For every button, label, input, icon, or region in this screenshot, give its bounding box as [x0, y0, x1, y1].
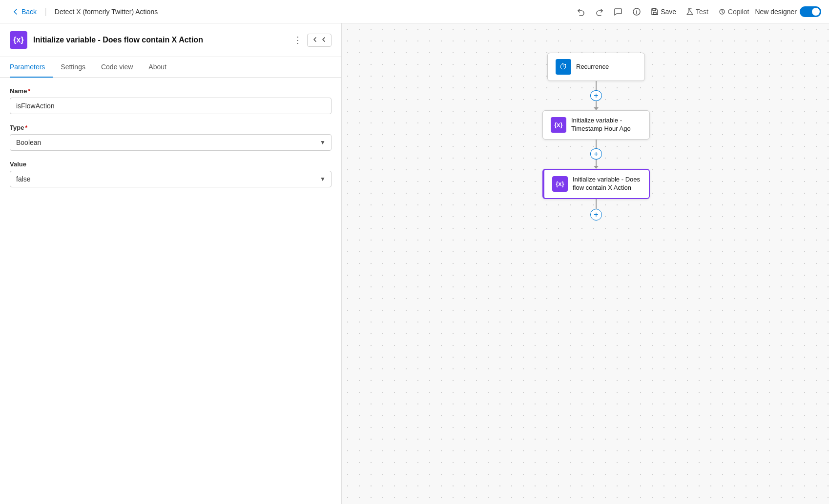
form-content: Name * Type * Boolean Integer Float Stri… — [0, 78, 341, 504]
type-form-group: Type * Boolean Integer Float String Arra… — [10, 124, 332, 151]
topbar-actions: Save Test Copilot New designer — [573, 4, 821, 19]
new-designer-label: New designer — [755, 8, 797, 16]
flow-connector-3: + — [590, 199, 602, 228]
tab-code-view[interactable]: Code view — [93, 57, 141, 78]
connector-line-2 — [596, 140, 597, 149]
connector-line-2b — [596, 160, 597, 166]
main-layout: {x} Initialize variable - Does flow cont… — [0, 23, 829, 504]
value-form-group: Value false true ▼ — [10, 161, 332, 187]
topbar: Back | Detect X (formerly Twitter) Actio… — [0, 0, 829, 23]
back-label: Back — [21, 8, 37, 16]
flow-connector-2: + — [590, 140, 602, 169]
add-step-1-button[interactable]: + — [590, 90, 602, 101]
left-panel: {x} Initialize variable - Does flow cont… — [0, 23, 342, 504]
svg-rect-2 — [653, 12, 656, 15]
init-flow-action-label: Initialize variable - Does flow contain … — [573, 176, 641, 192]
svg-rect-3 — [653, 9, 656, 11]
right-canvas: ⏱ Recurrence + {x} Initialize variable -… — [342, 23, 829, 504]
new-designer-toggle: New designer — [755, 6, 821, 17]
init-timestamp-icon: {x} — [551, 117, 566, 133]
type-label: Type * — [10, 124, 332, 131]
name-required: * — [28, 88, 30, 95]
add-step-2-button[interactable]: + — [590, 148, 602, 159]
more-button[interactable]: ⋮ — [290, 33, 305, 47]
save-label: Save — [661, 8, 676, 16]
copilot-button[interactable]: Copilot — [714, 5, 753, 19]
tab-about[interactable]: About — [141, 57, 174, 78]
connector-line-1b — [596, 101, 597, 107]
value-select[interactable]: false true — [10, 171, 332, 187]
type-select-wrapper: Boolean Integer Float String Array Objec… — [10, 134, 332, 151]
tab-parameters[interactable]: Parameters — [10, 57, 53, 78]
recurrence-node[interactable]: ⏱ Recurrence — [547, 53, 645, 81]
add-step-3-button[interactable]: + — [590, 209, 602, 221]
recurrence-label: Recurrence — [576, 63, 609, 71]
topbar-title: Detect X (formerly Twitter) Actions — [51, 8, 569, 16]
info-icon — [632, 7, 641, 16]
name-input[interactable] — [10, 98, 332, 114]
name-form-group: Name * — [10, 87, 332, 114]
recurrence-icon: ⏱ — [556, 59, 571, 75]
comment-icon — [614, 7, 622, 16]
copilot-label: Copilot — [728, 8, 749, 16]
value-label: Value — [10, 161, 332, 168]
panel-header-actions: ⋮ — [290, 33, 332, 47]
init-timestamp-node[interactable]: {x} Initialize variable - Timestamp Hour… — [542, 110, 650, 140]
name-label: Name * — [10, 87, 332, 95]
connector-line-3 — [596, 199, 597, 209]
redo-button[interactable] — [591, 4, 608, 19]
tabs: Parameters Settings Code view About — [0, 57, 341, 78]
test-label: Test — [696, 8, 708, 16]
collapse-button[interactable] — [307, 34, 332, 47]
chevron-left2-icon — [320, 36, 327, 43]
info-button[interactable] — [628, 4, 645, 19]
panel-icon-text: {x} — [13, 36, 23, 44]
chevron-left-icon — [311, 36, 318, 43]
topbar-divider: | — [44, 6, 47, 17]
test-button[interactable]: Test — [682, 5, 712, 19]
comment-button[interactable] — [610, 4, 626, 19]
svg-point-1 — [636, 10, 637, 11]
test-icon — [686, 8, 694, 16]
save-button[interactable]: Save — [647, 5, 680, 19]
flow-connector-1: + — [590, 81, 602, 110]
back-button[interactable]: Back — [8, 6, 41, 18]
connector-arrow-2 — [594, 166, 599, 169]
panel-title: Initialize variable - Does flow contain … — [33, 36, 285, 44]
value-select-wrapper: false true ▼ — [10, 171, 332, 187]
copilot-icon — [718, 8, 726, 16]
new-designer-switch[interactable] — [800, 6, 821, 17]
tab-settings[interactable]: Settings — [53, 57, 93, 78]
panel-header: {x} Initialize variable - Does flow cont… — [0, 23, 341, 57]
connector-line-1 — [596, 81, 597, 90]
save-icon — [651, 8, 659, 16]
init-timestamp-label: Initialize variable - Timestamp Hour Ago — [571, 117, 642, 133]
init-flow-action-icon: {x} — [552, 176, 568, 192]
redo-icon — [595, 7, 604, 16]
undo-icon — [577, 7, 585, 16]
type-select[interactable]: Boolean Integer Float String Array Objec… — [10, 134, 332, 151]
init-flow-action-node[interactable]: {x} Initialize variable - Does flow cont… — [542, 169, 650, 199]
back-arrow-icon — [12, 8, 20, 16]
undo-button[interactable] — [573, 4, 589, 19]
type-required: * — [25, 124, 27, 131]
flow-diagram: ⏱ Recurrence + {x} Initialize variable -… — [542, 53, 650, 228]
panel-icon: {x} — [10, 31, 27, 49]
